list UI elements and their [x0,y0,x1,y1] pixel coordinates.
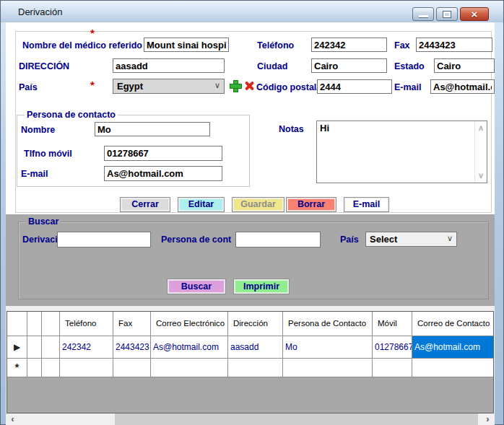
pais-combo-value: Egypt [117,81,143,92]
grid-cell-fax[interactable]: 2443423 [113,336,151,358]
chevron-down-icon: ∨ [447,234,453,243]
add-country-icon[interactable] [230,80,240,91]
contact-movil-label: Tlfno móvil [24,149,72,159]
grid-cell[interactable] [228,359,283,377]
search-pais-combo[interactable]: Select ∨ [365,232,457,247]
titlebar[interactable]: Derivación × [1,1,503,22]
search-persona-input[interactable] [235,232,321,247]
referred-name-label: Nombre del médico referido [22,40,142,51]
current-row-icon[interactable]: ▶ [7,336,27,358]
pais-combo[interactable]: Egypt ∨ [113,79,225,94]
column-header-correo-contacto[interactable]: Correo de Contacto [412,312,493,336]
maximize-button[interactable] [436,7,458,21]
contact-movil-input[interactable] [104,146,222,161]
grid-header-row: Teléfono Fax Correo Electrónico Direcció… [7,312,493,336]
estado-input[interactable] [434,58,495,73]
contact-nombre-input[interactable] [95,122,210,136]
grid-cell[interactable] [60,359,113,377]
grid-cell[interactable] [283,359,373,377]
column-header-telefono[interactable]: Teléfono [60,312,113,336]
app-window: Derivación × * Nombre del médico referid… [0,0,504,425]
contact-group-title: Persona de contacto [25,110,118,120]
grid-cell-direccion[interactable]: aasadd [228,336,283,358]
search-title: Buscar [26,216,61,227]
new-row-icon[interactable]: * [7,359,27,377]
window-title: Derivación [18,6,62,17]
close-button[interactable]: × [460,7,489,21]
search-pais-label: País [340,235,359,245]
scroll-up-icon[interactable]: ∧ [475,123,487,133]
delete-country-icon[interactable] [244,81,255,91]
chevron-down-icon: ∨ [214,81,220,90]
estado-label: Estado [394,61,425,71]
codigo-postal-input[interactable] [317,79,392,94]
grid-cell-correo-electronico[interactable]: As@hotmail.com [151,336,228,358]
table-row[interactable]: ▶ 242342 2443423 As@hotmail.com aasadd M… [7,336,493,359]
column-header-persona-contacto[interactable]: Persona de Contacto [283,312,373,336]
grid-cell[interactable] [412,359,493,377]
column-header[interactable] [42,312,60,336]
grid-cell-telefono[interactable]: 242342 [60,336,113,358]
grid-cell[interactable] [27,359,42,377]
codigo-postal-label: Código postal/C [256,82,326,92]
grid-cell[interactable] [27,336,42,358]
direccion-input[interactable] [113,58,225,73]
grid-cell[interactable] [113,359,151,377]
notas-textarea[interactable]: Hi ∧ ∨ [316,121,487,183]
column-header[interactable] [27,312,42,336]
telefono-label: Teléfono [257,40,294,51]
grid-cell[interactable] [42,359,60,377]
scroll-left-icon[interactable]: ‹ [6,413,19,425]
horizontal-scrollbar[interactable]: ‹ › [6,413,494,425]
grid-cell-movil[interactable]: 01278667 [373,336,412,358]
cerrar-button[interactable]: Cerrar [120,197,170,212]
results-grid[interactable]: Teléfono Fax Correo Electrónico Direcció… [6,311,494,413]
grid-cell[interactable] [373,359,412,377]
scroll-right-icon[interactable]: › [482,413,494,425]
telefono-input[interactable] [311,38,387,52]
column-header-correo-electronico[interactable]: Correo Electrónico [151,312,228,336]
column-header-direccion[interactable]: Dirección [228,312,283,336]
notas-scrollbar[interactable]: ∧ ∨ [474,121,487,183]
contact-nombre-label: Nombre [21,125,55,135]
editar-button[interactable]: Editar [178,197,225,212]
search-section: Buscar Derivació Persona de cont País Se… [6,214,495,306]
search-persona-label: Persona de cont [161,235,231,245]
notas-label: Notas [279,124,304,134]
grid-corner-cell [7,312,27,336]
notas-text: Hi [320,123,329,133]
pais-label: País [19,82,38,92]
referred-name-input[interactable] [144,38,229,52]
table-row-new[interactable]: * [7,359,493,377]
imprimir-button[interactable]: Imprimir [233,279,290,294]
guardar-button[interactable]: Guardar [232,197,284,212]
buscar-button[interactable]: Buscar [167,279,226,294]
column-header-fax[interactable]: Fax [113,312,151,336]
panel-gap [6,306,495,311]
minimize-icon [419,15,428,17]
email-input[interactable] [430,79,495,94]
referral-section: * Nombre del médico referido Teléfono Fa… [6,22,495,214]
column-header-movil[interactable]: Móvil [373,312,412,336]
ciudad-label: Ciudad [257,61,287,71]
scrollbar-thumb[interactable] [115,413,478,425]
grid-cell-persona-contacto[interactable]: Mo [283,336,373,358]
direccion-label: DIRECCIÓN [19,61,69,71]
form-content: * Nombre del médico referido Teléfono Fa… [6,22,495,425]
contact-email-input[interactable] [104,166,222,181]
required-icon: * [90,27,95,39]
contact-email-label: E-mail [21,169,48,179]
close-icon: × [461,8,488,20]
grid-cell[interactable] [42,336,60,358]
email-button[interactable]: E-mail [344,197,389,212]
maximize-icon [443,12,451,17]
fax-label: Fax [394,40,410,51]
minimize-button[interactable] [412,7,434,21]
grid-cell-correo-contacto-selected[interactable]: As@hotmail.com [412,336,493,358]
ciudad-input[interactable] [311,58,387,73]
borrar-button[interactable]: Borrar [286,197,336,212]
scroll-down-icon[interactable]: ∨ [475,171,487,180]
fax-input[interactable] [416,38,492,52]
search-derivacion-input[interactable] [57,232,151,247]
grid-cell[interactable] [151,359,228,377]
